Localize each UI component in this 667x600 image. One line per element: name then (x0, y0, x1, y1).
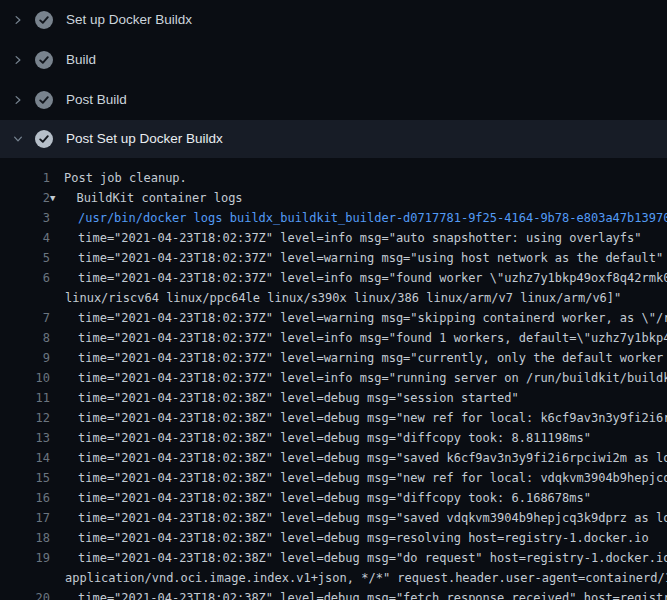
log-line-text: time="2021-04-23T18:02:37Z" level=info m… (78, 231, 642, 245)
log-line: 13 time="2021-04-23T18:02:38Z" level=deb… (0, 428, 667, 448)
step-label: Post Set up Docker Buildx (66, 132, 223, 146)
log-line-text: time="2021-04-23T18:02:38Z" level=debug … (78, 511, 667, 525)
log-output: 1 Post job cleanup. 2 ▼BuildKit containe… (0, 158, 667, 600)
line-number-link[interactable]: 4 (0, 231, 50, 245)
actions-log-viewer: Set up Docker Buildx Build P (0, 0, 667, 600)
line-number-link[interactable]: 12 (0, 411, 50, 425)
chevron-down-icon[interactable] (12, 131, 34, 147)
log-line-text: time="2021-04-23T18:02:38Z" level=debug … (78, 491, 591, 505)
line-number-link[interactable]: 3 (0, 211, 50, 225)
log-line: application/vnd.oci.image.index.v1+json,… (0, 568, 667, 588)
log-line: 17 time="2021-04-23T18:02:38Z" level=deb… (0, 508, 667, 528)
log-line-text: time="2021-04-23T18:02:37Z" level=warnin… (78, 351, 667, 365)
line-number-link[interactable]: 9 (0, 351, 50, 365)
log-line-text: Post job cleanup. (64, 171, 187, 185)
log-line-text: linux/riscv64 linux/ppc64le linux/s390x … (65, 291, 621, 305)
log-line-text: time="2021-04-23T18:02:37Z" level=warnin… (78, 251, 663, 265)
line-number-link[interactable]: 19 (0, 551, 50, 565)
line-number-link[interactable]: 10 (0, 371, 50, 385)
log-line: 10 time="2021-04-23T18:02:37Z" level=inf… (0, 368, 667, 388)
line-number-link[interactable]: 20 (0, 591, 50, 600)
chevron-right-icon[interactable] (12, 12, 34, 28)
log-line-text: time="2021-04-23T18:02:38Z" level=debug … (78, 591, 667, 600)
line-number-link[interactable]: 5 (0, 251, 50, 265)
step-row-2[interactable]: Post Build (0, 80, 667, 120)
check-circle-icon (34, 10, 54, 30)
log-line: 14 time="2021-04-23T18:02:38Z" level=deb… (0, 448, 667, 468)
log-line: 6 time="2021-04-23T18:02:37Z" level=info… (0, 268, 667, 288)
log-line: 16 time="2021-04-23T18:02:38Z" level=deb… (0, 488, 667, 508)
log-line-text: time="2021-04-23T18:02:38Z" level=debug … (78, 431, 591, 445)
log-line: 11 time="2021-04-23T18:02:38Z" level=deb… (0, 388, 667, 408)
line-number-link[interactable]: 8 (0, 331, 50, 345)
log-command-text: /usr/bin/docker logs buildx_buildkit_bui… (78, 211, 667, 225)
log-line-text: time="2021-04-23T18:02:38Z" level=debug … (78, 531, 649, 545)
log-line: 3 /usr/bin/docker logs buildx_buildkit_b… (0, 208, 667, 228)
log-line: 19 time="2021-04-23T18:02:38Z" level=deb… (0, 548, 667, 568)
log-line-text: time="2021-04-23T18:02:38Z" level=debug … (78, 451, 667, 465)
log-line-text: time="2021-04-23T18:02:37Z" level=warnin… (78, 311, 667, 325)
step-label: Post Build (66, 93, 127, 107)
line-number-link[interactable]: 13 (0, 431, 50, 445)
check-circle-icon (34, 50, 54, 70)
line-number-link[interactable]: 2 (0, 191, 50, 205)
log-line: 8 time="2021-04-23T18:02:37Z" level=info… (0, 328, 667, 348)
triangle-down-icon[interactable]: ▼ (50, 193, 55, 203)
log-line: 5 time="2021-04-23T18:02:37Z" level=warn… (0, 248, 667, 268)
line-number-link[interactable]: 6 (0, 271, 50, 285)
line-number-link[interactable]: 14 (0, 451, 50, 465)
line-number-link[interactable]: 15 (0, 471, 50, 485)
log-line-text: time="2021-04-23T18:02:38Z" level=debug … (78, 411, 667, 425)
chevron-right-icon[interactable] (12, 52, 34, 68)
line-number-link[interactable]: 7 (0, 311, 50, 325)
log-group-toggle[interactable]: 2 ▼BuildKit container logs (0, 188, 667, 208)
line-number-link[interactable]: 17 (0, 511, 50, 525)
log-line: 15 time="2021-04-23T18:02:38Z" level=deb… (0, 468, 667, 488)
step-row-1[interactable]: Build (0, 40, 667, 80)
step-label: Build (66, 53, 96, 67)
log-line-text: time="2021-04-23T18:02:38Z" level=debug … (78, 391, 519, 405)
line-number-link[interactable]: 18 (0, 531, 50, 545)
check-circle-icon (34, 90, 54, 110)
log-line: 18 time="2021-04-23T18:02:38Z" level=deb… (0, 528, 667, 548)
log-line: 4 time="2021-04-23T18:02:37Z" level=info… (0, 228, 667, 248)
log-line-text: time="2021-04-23T18:02:38Z" level=debug … (78, 551, 667, 565)
step-list: Set up Docker Buildx Build P (0, 0, 667, 158)
step-label: Set up Docker Buildx (66, 13, 192, 27)
log-line: linux/riscv64 linux/ppc64le linux/s390x … (0, 288, 667, 308)
step-row-3[interactable]: Post Set up Docker Buildx (0, 120, 667, 158)
chevron-right-icon[interactable] (12, 92, 34, 108)
log-line-text: time="2021-04-23T18:02:38Z" level=debug … (78, 471, 667, 485)
log-line-text: time="2021-04-23T18:02:37Z" level=info m… (78, 331, 667, 345)
log-line-text: BuildKit container logs (76, 191, 242, 205)
log-line: 12 time="2021-04-23T18:02:38Z" level=deb… (0, 408, 667, 428)
log-line: 1 Post job cleanup. (0, 168, 667, 188)
log-line-text: time="2021-04-23T18:02:37Z" level=info m… (78, 271, 667, 285)
line-number-link[interactable]: 1 (0, 171, 50, 185)
log-line: 7 time="2021-04-23T18:02:37Z" level=warn… (0, 308, 667, 328)
check-circle-icon (34, 129, 54, 149)
log-line-text: time="2021-04-23T18:02:37Z" level=info m… (78, 371, 667, 385)
step-row-0[interactable]: Set up Docker Buildx (0, 0, 667, 40)
log-line: 20 time="2021-04-23T18:02:38Z" level=deb… (0, 588, 667, 600)
line-number-link[interactable]: 16 (0, 491, 50, 505)
line-number-link[interactable]: 11 (0, 391, 50, 405)
log-line-text: application/vnd.oci.image.index.v1+json,… (65, 571, 667, 585)
log-line: 9 time="2021-04-23T18:02:37Z" level=warn… (0, 348, 667, 368)
